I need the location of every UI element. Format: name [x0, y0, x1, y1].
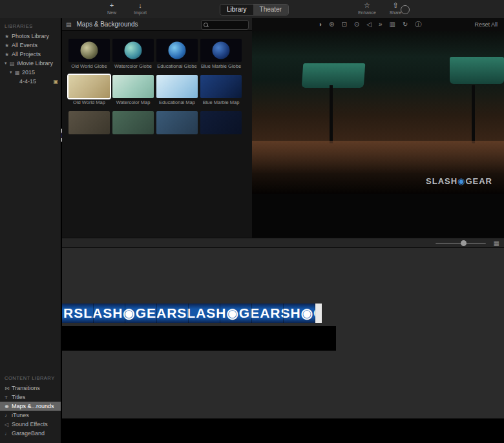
enhance-button-label: Enhance: [358, 10, 376, 15]
umbrella-shape: [450, 57, 504, 84]
new-button-label: New: [107, 10, 116, 15]
star-icon: ★: [5, 52, 12, 57]
disclosure-triangle-icon[interactable]: ▾: [5, 61, 10, 66]
timeline: RSLASH◉GEARSLASH◉GEARSH◉G: [62, 248, 504, 418]
media-thumbnail-label: Watercolor Globe: [112, 63, 154, 69]
umbrella-shape: [302, 63, 366, 88]
media-thumbnail[interactable]: [156, 75, 198, 98]
color-balance-icon[interactable]: ◑: [318, 18, 322, 31]
speaker-icon: ◁: [5, 422, 12, 428]
timeline-clip-banner[interactable]: RSLASH◉GEARSLASH◉GEARSH◉G: [62, 304, 315, 323]
enhance-button[interactable]: ☆ Enhance: [356, 1, 378, 15]
plus-icon: +: [101, 1, 123, 10]
tab-theater[interactable]: Theater: [253, 5, 288, 15]
clip-size-bar: ▦: [62, 238, 504, 248]
enhance-icon: ☆: [356, 1, 378, 10]
grid-view-icon[interactable]: ▦: [494, 240, 499, 247]
sidebar-item-all-projects[interactable]: ★ All Projects: [0, 50, 61, 59]
sidebar-item-label: 4-4-15: [19, 78, 36, 85]
media-thumbnail[interactable]: [112, 111, 154, 134]
transitions-icon: ⋈: [5, 386, 12, 391]
media-thumbnail[interactable]: [156, 39, 198, 62]
sidebar-item-all-events[interactable]: ★ All Events: [0, 41, 61, 50]
banner-clip-text: RSLASH◉GEARSLASH◉GEARSH◉G: [62, 305, 315, 321]
pane-toggle-icon[interactable]: ▤: [66, 21, 72, 28]
media-thumbnail-selected[interactable]: [68, 75, 110, 98]
film-frame: [144, 326, 171, 351]
effects-icon[interactable]: ↻: [403, 18, 408, 31]
media-thumbnail-label: Old World Map: [68, 99, 110, 105]
media-thumbnail[interactable]: [200, 75, 242, 98]
star-icon: ★: [5, 43, 12, 48]
preview-video[interactable]: SLASHGEAR: [252, 31, 504, 194]
sidebar-item-2015[interactable]: ▾ ▦ 2015: [0, 68, 61, 77]
content-library-header: CONTENT LIBRARY: [0, 370, 61, 384]
reset-all-button[interactable]: Reset All: [474, 21, 498, 28]
sidebar-item-label: Sound Effects: [12, 421, 48, 428]
clip-size-slider-knob[interactable]: [461, 240, 467, 246]
info-icon[interactable]: ⓘ: [415, 18, 421, 31]
sidebar-item-maps-backgrounds[interactable]: ⊕ Maps &...rounds: [0, 402, 61, 411]
preview-pane: SLASHGEAR: [252, 31, 504, 238]
color-correction-icon[interactable]: ⊛: [329, 18, 334, 31]
film-frame: [89, 326, 116, 351]
film-frame: [226, 326, 253, 351]
imovie-window: + New ↓ Import Library Theater ☆ Enhance…: [0, 0, 504, 443]
audio-levels-icon[interactable]: ▥: [389, 18, 395, 31]
media-thumbnail[interactable]: [112, 39, 154, 62]
search-icon: [204, 23, 208, 27]
sidebar-item-transitions[interactable]: ⋈ Transitions: [0, 384, 61, 393]
sidebar-item-titles[interactable]: T Titles: [0, 393, 61, 402]
post-shape: [330, 85, 333, 143]
disclosure-triangle-icon[interactable]: ▾: [10, 70, 15, 75]
media-thumbnail[interactable]: [200, 39, 242, 62]
media-thumbnail[interactable]: [200, 111, 242, 134]
media-thumbnail[interactable]: [68, 111, 110, 134]
volume-icon[interactable]: ◁: [366, 18, 372, 31]
sidebar-item-label: Titles: [12, 394, 25, 400]
crop-icon[interactable]: ⊡: [341, 18, 346, 31]
sidebar-item-sound-effects[interactable]: ◁ Sound Effects: [0, 420, 61, 429]
top-toolbar: + New ↓ Import Library Theater ☆ Enhance…: [0, 0, 504, 19]
media-thumbnail-label: Old World Globe: [68, 63, 110, 69]
sidebar-item-label: 2015: [22, 69, 35, 76]
sidebar-item-label: iMovie Library: [17, 60, 53, 67]
media-thumbnail[interactable]: [68, 39, 110, 62]
tab-library[interactable]: Library: [220, 5, 253, 15]
media-browser: ▤ Maps & Backgrounds Old World Globe Wat…: [62, 18, 252, 238]
media-thumbnail-label: Blue Marble Globe: [200, 63, 242, 69]
media-thumbnail-label: Educational Globe: [156, 63, 198, 69]
sidebar-item-imovie-library[interactable]: ▾ ▤ iMovie Library: [0, 59, 61, 68]
sidebar-item-garageband[interactable]: ♩ GarageBand: [0, 429, 61, 438]
import-button[interactable]: ↓ Import: [129, 1, 151, 15]
camera-icon: ▣: [53, 79, 58, 85]
globe-icon: ⊕: [5, 404, 12, 409]
timeline-clip-filmstrip[interactable]: [62, 326, 336, 351]
titles-icon: T: [5, 395, 12, 400]
toolbar-extra-icon[interactable]: [401, 5, 410, 14]
search-input[interactable]: [208, 21, 248, 28]
import-button-label: Import: [134, 10, 147, 15]
sidebar-item-photos-library[interactable]: ★ Photos Library: [0, 32, 61, 41]
sidebar-item-label: Maps &...rounds: [12, 403, 54, 409]
new-button[interactable]: + New: [101, 1, 123, 15]
guitar-icon: ♩: [5, 431, 12, 437]
import-icon: ↓: [129, 1, 151, 10]
content-library-section: CONTENT LIBRARY ⋈ Transitions T Titles ⊕…: [0, 370, 61, 438]
speed-icon[interactable]: »: [379, 18, 383, 31]
adjustments-bar: ◑ ⊛ ⊡ ⊙ ◁ » ▥ ↻ ⓘ Reset All: [252, 18, 504, 31]
thumbnail-grid: Old World Globe Watercolor Globe Educati…: [68, 39, 249, 134]
media-thumbnail[interactable]: [156, 111, 198, 134]
sidebar-item-label: Transitions: [12, 385, 40, 391]
stabilization-icon[interactable]: ⊙: [354, 18, 359, 31]
media-thumbnail[interactable]: [112, 75, 154, 98]
media-thumbnail-label: Blue Marble Map: [200, 99, 242, 105]
sidebar-item-label: All Projects: [12, 51, 41, 57]
film-frame: [281, 326, 308, 351]
search-box[interactable]: [201, 20, 249, 30]
film-frame: [117, 326, 143, 351]
share-button-label: Share: [390, 10, 402, 15]
gear-icon: [457, 176, 465, 186]
sidebar-item-itunes[interactable]: ♪ iTunes: [0, 411, 61, 420]
sidebar-item-4-4-15[interactable]: 4-4-15 ▣: [0, 77, 61, 86]
